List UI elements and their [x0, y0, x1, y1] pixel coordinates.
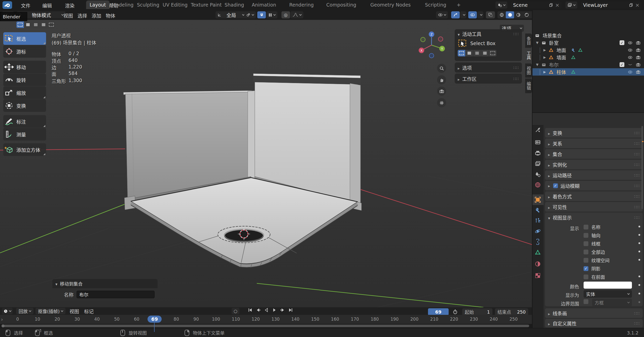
- animate-dot[interactable]: [638, 293, 640, 294]
- checkbox-wireframe[interactable]: [584, 241, 588, 246]
- checkbox-in-front[interactable]: [584, 275, 588, 279]
- playback-menu[interactable]: 回放: [16, 308, 33, 314]
- hide-eye-icon[interactable]: [628, 41, 632, 45]
- tab-tool[interactable]: [535, 127, 541, 133]
- hide-eye-icon[interactable]: [628, 70, 632, 74]
- panel-grip[interactable]: [634, 204, 640, 210]
- divider[interactable]: [532, 112, 644, 113]
- menu-object[interactable]: 物体: [106, 12, 115, 19]
- tool-move[interactable]: 移动: [3, 61, 46, 73]
- jump-to-end-button[interactable]: [288, 308, 293, 312]
- tab-object-active[interactable]: [532, 194, 544, 205]
- panel-grip[interactable]: [634, 215, 640, 220]
- play-button[interactable]: [272, 308, 277, 312]
- active-tool-panel-header[interactable]: 活动工具: [455, 29, 522, 38]
- select-mode-set[interactable]: [16, 21, 24, 28]
- menu-file[interactable]: 文件: [21, 2, 30, 9]
- panel-collections[interactable]: 集合: [545, 149, 643, 159]
- expand-arrow[interactable]: ▼: [536, 63, 539, 66]
- tab-output[interactable]: [535, 150, 541, 156]
- snap-toggle[interactable]: [257, 11, 266, 18]
- tool-mode-subtract[interactable]: [473, 50, 481, 56]
- expand-arrow[interactable]: ▼: [536, 41, 539, 45]
- checkbox-axes[interactable]: [584, 233, 588, 238]
- timeline-ruler[interactable]: › 69 01020304050608090100110120130140150…: [0, 315, 532, 324]
- next-keyframe-button[interactable]: [280, 308, 285, 312]
- tool-add-cube[interactable]: 添加立方体: [3, 143, 46, 156]
- checkbox-shadow[interactable]: ✓: [584, 266, 588, 271]
- sidebar-tab-item[interactable]: 条目: [525, 33, 532, 48]
- panel-shading[interactable]: 着色方式: [545, 191, 643, 201]
- frame-start-field[interactable]: 起始1: [462, 308, 492, 315]
- panel-grip[interactable]: [634, 183, 640, 188]
- tab-add-button[interactable]: +: [453, 1, 464, 9]
- hidden-eye-icon[interactable]: [628, 62, 632, 67]
- copy-icon[interactable]: [549, 3, 553, 7]
- xray-toggle[interactable]: [486, 11, 495, 18]
- region-toggle-arrow[interactable]: ›: [1, 317, 3, 322]
- menu-view[interactable]: 视图: [63, 12, 73, 19]
- tab-modifiers[interactable]: [535, 207, 541, 213]
- hide-eye-icon[interactable]: [628, 55, 632, 60]
- panel-motion-blur[interactable]: ✓运动模糊: [545, 181, 643, 190]
- animate-dot[interactable]: [638, 226, 640, 227]
- panel-custom-properties[interactable]: 自定义属性: [545, 319, 643, 327]
- menu-select[interactable]: 选择: [78, 12, 87, 19]
- animate-dot[interactable]: [638, 242, 640, 244]
- tab-uv-editing[interactable]: UV Editing: [159, 1, 191, 9]
- prev-keyframe-button[interactable]: [256, 308, 261, 312]
- stopwatch-icon[interactable]: [453, 309, 458, 314]
- render-camera-icon[interactable]: [636, 48, 640, 52]
- tool-rotate[interactable]: 旋转: [3, 74, 46, 86]
- tab-animation[interactable]: Animation: [248, 1, 280, 9]
- jump-to-start-button[interactable]: [248, 308, 253, 312]
- panel-grip[interactable]: [513, 76, 519, 81]
- tab-compositing[interactable]: Compositing: [323, 1, 360, 9]
- outliner-row-bedroom[interactable]: ▼ 卧室 ✓: [532, 39, 644, 46]
- orthographic-toggle-button[interactable]: [437, 98, 446, 107]
- tab-rendering[interactable]: Rendering: [286, 1, 317, 9]
- scene-name-field[interactable]: Scene ×: [511, 2, 561, 9]
- animate-dot[interactable]: [638, 276, 640, 277]
- tab-material[interactable]: [535, 261, 541, 267]
- proportional-falloff-dropdown[interactable]: [291, 11, 303, 18]
- viewport-display-header[interactable]: 视图显示: [545, 213, 643, 222]
- tool-mode-intersect[interactable]: [489, 50, 496, 56]
- tool-measure[interactable]: 测量: [3, 128, 46, 141]
- collection-checkbox[interactable]: ✓: [620, 40, 624, 45]
- pivot-point-dropdown[interactable]: [244, 11, 256, 18]
- current-frame-field[interactable]: 69: [428, 308, 449, 315]
- copy-icon[interactable]: [629, 3, 633, 7]
- timeline-scrollbar-handle[interactable]: [2, 325, 529, 327]
- menu-render[interactable]: 渲染: [65, 2, 75, 9]
- animate-dot[interactable]: [638, 284, 640, 286]
- animate-dot[interactable]: [638, 234, 640, 236]
- animate-dot[interactable]: [638, 251, 640, 252]
- tool-annotate[interactable]: 标注: [3, 115, 46, 128]
- shading-solid-button[interactable]: [506, 11, 514, 18]
- gizmos-toggle[interactable]: [451, 11, 460, 18]
- visibility-dropdown[interactable]: [436, 11, 448, 18]
- pan-button[interactable]: [437, 75, 446, 84]
- panel-line-art[interactable]: 线条画: [545, 308, 643, 318]
- current-frame-badge[interactable]: 69: [148, 316, 162, 323]
- render-camera-icon[interactable]: [636, 70, 640, 74]
- tab-shading[interactable]: Shading: [221, 1, 247, 9]
- viewlayer-type-dropdown[interactable]: [565, 2, 577, 9]
- panel-grip[interactable]: [634, 193, 640, 199]
- panel-grip[interactable]: [634, 310, 640, 316]
- outliner-row-scene-collection[interactable]: 场景集合: [532, 32, 644, 39]
- remove-viewlayer-icon[interactable]: ×: [635, 2, 639, 8]
- panel-grip[interactable]: [513, 65, 519, 70]
- select-mode-extend[interactable]: [24, 21, 32, 28]
- tool-cursor[interactable]: 游标: [3, 45, 46, 58]
- overlays-dropdown[interactable]: [477, 11, 483, 18]
- checkbox-name[interactable]: [584, 225, 588, 229]
- tab-render[interactable]: [535, 139, 541, 145]
- collection-checkbox[interactable]: ✓: [620, 62, 624, 67]
- shading-material-button[interactable]: [514, 11, 522, 18]
- panel-grip[interactable]: [634, 141, 640, 146]
- animate-dot[interactable]: [638, 259, 640, 261]
- sidebar-tab-edit[interactable]: 编辑: [525, 79, 532, 93]
- checkbox-all-edges[interactable]: [584, 250, 588, 254]
